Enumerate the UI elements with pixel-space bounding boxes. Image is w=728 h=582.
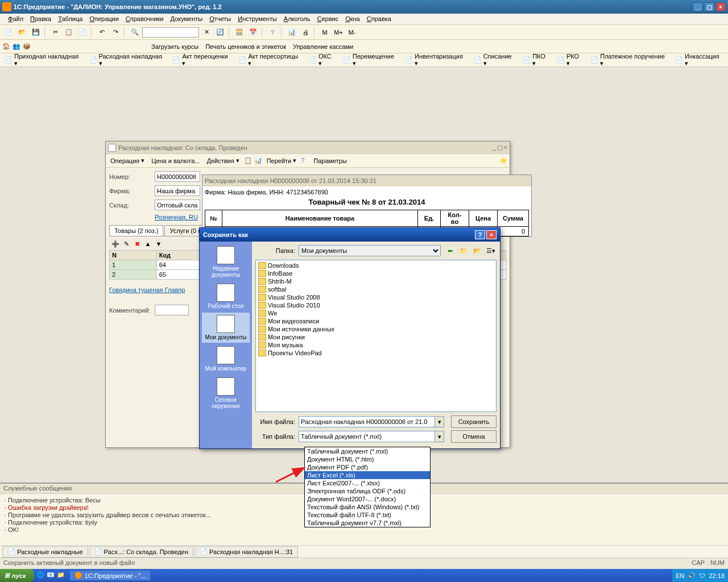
comment-input[interactable] — [155, 305, 189, 315]
system-tray[interactable]: EN 🔊 🛡 22:18 — [672, 569, 728, 582]
doc-type-button[interactable]: 📄 Платежное поручение ▾ — [588, 52, 671, 68]
doc-max-button[interactable]: ▢ — [497, 144, 503, 151]
place-item[interactable]: Недавние документы — [202, 244, 250, 280]
up-icon[interactable]: ▲ — [143, 239, 153, 249]
find-icon[interactable]: 🔍 — [129, 26, 141, 39]
file-item[interactable]: Моя музыка — [257, 341, 495, 349]
new-folder-icon[interactable]: 📂 — [471, 246, 483, 256]
clear-icon[interactable]: ✕ — [200, 26, 213, 39]
file-item[interactable]: Shtrih-M — [257, 277, 495, 285]
place-item[interactable]: Мои документы — [202, 313, 250, 343]
place-item[interactable]: Мой компьютер — [202, 344, 250, 374]
file-item[interactable]: Проекты VideoPad — [257, 349, 495, 357]
folder-select[interactable]: Мои документы — [299, 245, 441, 256]
menu-Справка[interactable]: Справка — [363, 14, 395, 24]
file-list[interactable]: DownloadsInfoBaseShtrih-MsoftbalVisual S… — [255, 260, 497, 412]
ql-icon[interactable]: 🌐 — [36, 571, 46, 580]
goto-menu[interactable]: Перейти ▾ — [264, 156, 299, 165]
file-item[interactable]: We — [257, 309, 495, 317]
help-icon[interactable]: ? — [266, 26, 279, 39]
filetype-dropdown[interactable]: Табличный документ (*.mxl)Документ HTML … — [304, 447, 431, 527]
menu-Справочники[interactable]: Справочники — [122, 14, 167, 24]
doc-type-button[interactable]: 📄 Акт пересортицы ▾ — [236, 52, 304, 68]
dialog-close-button[interactable]: × — [486, 230, 497, 239]
file-item[interactable]: Visual Studio 2010 — [257, 301, 495, 309]
tray-icon[interactable]: 🔊 — [688, 572, 696, 579]
file-item[interactable]: Мои рисунки — [257, 333, 495, 341]
filetype-option[interactable]: Документ PDF (*.pdf) — [305, 463, 430, 471]
doc-type-button[interactable]: 📄 Списание ▾ — [471, 52, 519, 68]
filetype-option[interactable]: Табличный документ v7.7 (*.mxl) — [305, 519, 430, 527]
paste-icon[interactable]: 📄 — [76, 26, 89, 39]
back-icon[interactable]: ⬅ — [444, 246, 456, 256]
place-item[interactable]: Рабочий стол — [202, 281, 250, 311]
menu-Правка[interactable]: Правка — [27, 14, 55, 24]
dialog-help-button[interactable]: ? — [475, 230, 485, 239]
doc-close-button[interactable]: × — [504, 144, 507, 151]
menu-Документы[interactable]: Документы — [167, 14, 206, 24]
down-icon[interactable]: ▼ — [154, 239, 164, 249]
m-plus-button[interactable]: M+ — [332, 26, 345, 39]
refresh-icon[interactable]: 🔄 — [214, 26, 226, 39]
filetype-option[interactable]: Табличный документ (*.mxl) — [305, 447, 430, 455]
users-icon[interactable]: 👥 — [13, 43, 20, 51]
up-folder-icon[interactable]: 📁 — [458, 246, 469, 256]
star-icon[interactable]: ⭐ — [499, 157, 507, 165]
doc-type-button[interactable]: 📄 ОКС ▾ — [307, 52, 338, 68]
view-icon[interactable]: ☰▾ — [485, 246, 497, 256]
price-menu[interactable]: Цена и валюта... — [149, 156, 202, 165]
filename-dropdown-icon[interactable]: ▾ — [435, 417, 444, 427]
file-item[interactable]: Мои источники данных — [257, 325, 495, 333]
copy-icon[interactable]: 📋 — [63, 26, 75, 39]
window-tab[interactable]: 📄Расходная накладная Н...:31 — [195, 546, 298, 558]
calc-icon[interactable]: 🧮 — [233, 26, 246, 39]
menu-Отчеты[interactable]: Отчеты — [206, 14, 234, 24]
menu-Алкоголь[interactable]: Алкоголь — [280, 14, 314, 24]
calendar-icon[interactable]: 📅 — [247, 26, 259, 39]
file-item[interactable]: softbal — [257, 285, 495, 293]
open-icon[interactable]: 📂 — [16, 26, 28, 39]
menu-Файл[interactable]: Файл — [5, 14, 27, 24]
params-button[interactable]: Параметры — [311, 156, 349, 165]
lang-indicator[interactable]: EN — [676, 572, 684, 579]
menu-Окна[interactable]: Окна — [342, 14, 363, 24]
cancel-button[interactable]: Отмена — [451, 430, 497, 443]
filetype-option[interactable]: Документ Word2007-... (*.docx) — [305, 495, 430, 503]
edit-row-icon[interactable]: ✎ — [121, 239, 131, 249]
m-button[interactable]: M — [318, 26, 331, 39]
chart-icon[interactable]: 📊 — [286, 26, 298, 39]
tray-icon[interactable]: 🛡 — [699, 572, 705, 579]
filetype-option[interactable]: Текстовый файл UTF-8 (*.txt) — [305, 511, 430, 519]
save-button[interactable]: Сохранить — [451, 415, 497, 428]
doc-type-button[interactable]: 📄 Расходная накладная ▾ — [87, 52, 168, 68]
save-icon[interactable]: 💾 — [30, 26, 42, 39]
doc-type-button[interactable]: 📄 РКО ▾ — [555, 52, 586, 68]
filetype-option[interactable]: Документ HTML (*.htm) — [305, 455, 430, 463]
help-icon-2[interactable]: ? — [301, 157, 309, 165]
new-icon[interactable]: 📄 — [2, 26, 15, 39]
filetype-input[interactable] — [299, 431, 444, 442]
taskbar-item[interactable]: 🟠1С:Предприятие - "... — [69, 570, 151, 581]
doc-type-button[interactable]: 📄 Акт переоценки ▾ — [170, 52, 234, 68]
tab-goods[interactable]: Товары (2 поз.) — [109, 225, 163, 236]
minimize-button[interactable]: _ — [693, 2, 703, 11]
maximize-button[interactable]: ▢ — [704, 2, 714, 11]
load-rates-button[interactable]: Загрузить курсы — [149, 42, 201, 51]
menu-Операции[interactable]: Операции — [86, 14, 122, 24]
del-row-icon[interactable]: ✖ — [132, 239, 142, 249]
cut-icon[interactable]: ✂ — [49, 26, 61, 39]
file-item[interactable]: Мои видеозаписи — [257, 317, 495, 325]
menu-Сервис[interactable]: Сервис — [313, 14, 342, 24]
undo-icon[interactable]: ↶ — [96, 26, 108, 39]
file-item[interactable]: Visual Studio 2008 — [257, 293, 495, 301]
number-input[interactable] — [155, 171, 200, 182]
doc-type-button[interactable]: 📄 Инвентаризация ▾ — [403, 52, 469, 68]
tool-icon-2[interactable]: 📊 — [254, 157, 262, 165]
doc-type-button[interactable]: 📄 ПКО ▾ — [520, 52, 552, 68]
file-item[interactable]: InfoBase — [257, 269, 495, 277]
search-input[interactable] — [142, 27, 199, 38]
add-row-icon[interactable]: ➕ — [110, 239, 121, 249]
print-labels-button[interactable]: Печать ценников и этикеток — [203, 42, 288, 51]
cash-mgmt-button[interactable]: Управление кассами — [291, 42, 355, 51]
doc-type-button[interactable]: 📄 Перемещение ▾ — [341, 52, 400, 68]
